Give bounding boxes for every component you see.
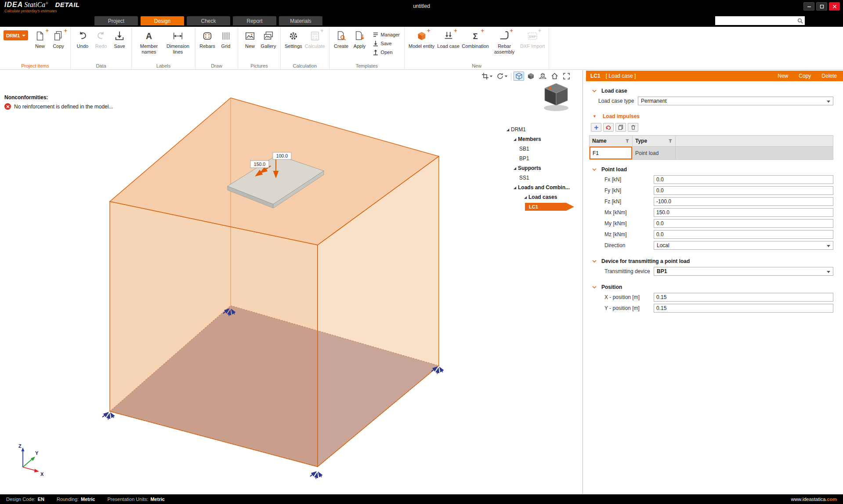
maximize-button[interactable] bbox=[816, 2, 827, 11]
tree-item-ss1[interactable]: SS1 bbox=[503, 173, 583, 183]
fx-input[interactable] bbox=[654, 175, 833, 184]
ribbon-group-pictures: New Gallery Pictures bbox=[238, 27, 281, 69]
viewport-canvas[interactable]: 150.0 100.0 bbox=[0, 70, 583, 494]
add-impulse-button[interactable] bbox=[591, 123, 601, 132]
rounding-label: Rounding: bbox=[57, 497, 79, 502]
tree-item-supports[interactable]: ◢ Supports bbox=[503, 163, 583, 173]
save-button[interactable]: Save bbox=[110, 29, 129, 50]
tab-project[interactable]: Project bbox=[94, 16, 138, 25]
apply-template-button[interactable]: Apply bbox=[351, 29, 369, 50]
solid-view-button[interactable] bbox=[525, 72, 536, 81]
duplicate-impulse-button[interactable] bbox=[615, 123, 626, 132]
y-position-input[interactable] bbox=[654, 304, 833, 313]
tree-item-bp1[interactable]: BP1 bbox=[503, 154, 583, 163]
new-project-item-button[interactable]: + New bbox=[31, 29, 49, 50]
remove-all-impulses-button[interactable] bbox=[628, 123, 638, 132]
fz-input[interactable] bbox=[654, 197, 833, 206]
expand-arrow-icon[interactable]: ◢ bbox=[522, 195, 528, 199]
my-input[interactable] bbox=[654, 219, 833, 228]
ground-plane-button[interactable] bbox=[537, 72, 548, 81]
app-logo: IDEA StatiCa ® DETAIL Calculate yesterda… bbox=[4, 1, 80, 13]
dimension-lines-button[interactable]: Dimension lines bbox=[163, 29, 192, 55]
copy-project-item-button[interactable]: + Copy bbox=[49, 29, 68, 50]
load-case-new-button[interactable]: New bbox=[778, 73, 788, 79]
copy-icon bbox=[618, 125, 623, 130]
expand-arrow-icon[interactable]: ◢ bbox=[512, 137, 518, 141]
direction-select[interactable]: Local bbox=[654, 241, 833, 250]
group-label-project-items: Project items bbox=[0, 63, 70, 68]
tab-report[interactable]: Report bbox=[233, 16, 276, 25]
nonconformities-title: Nonconformities: bbox=[4, 94, 113, 101]
tab-materials[interactable]: Materials bbox=[279, 16, 322, 25]
section-transmitting-device[interactable]: Device for transmitting a point load bbox=[589, 258, 833, 265]
manager-templates-button[interactable]: Manager bbox=[371, 30, 402, 39]
mx-input[interactable] bbox=[654, 208, 833, 217]
save-template-button[interactable]: Save bbox=[371, 39, 402, 48]
rebar-assembly-button[interactable]: + Rebar assembly bbox=[490, 29, 519, 55]
type-filter-button[interactable] bbox=[668, 139, 673, 143]
support-icon[interactable] bbox=[310, 472, 322, 479]
wireframe-view-button[interactable] bbox=[514, 72, 524, 81]
new-picture-button[interactable]: New bbox=[241, 29, 259, 50]
tree-item-sb1[interactable]: SB1 bbox=[503, 144, 583, 154]
gallery-button[interactable]: Gallery bbox=[259, 29, 278, 50]
member-names-button[interactable]: A Member names bbox=[134, 29, 163, 55]
mz-input[interactable] bbox=[654, 230, 833, 239]
rebars-button[interactable]: Rebars bbox=[198, 29, 217, 50]
home-view-button[interactable] bbox=[549, 72, 560, 81]
zoom-fit-button[interactable] bbox=[561, 72, 572, 81]
tree-item-members[interactable]: ◢ Members bbox=[503, 134, 583, 144]
close-button[interactable] bbox=[829, 2, 840, 11]
minimize-button[interactable] bbox=[803, 2, 814, 11]
open-template-button[interactable]: Open bbox=[371, 48, 402, 57]
delete-impulse-button[interactable] bbox=[603, 123, 614, 132]
undo-button[interactable]: Undo bbox=[73, 29, 92, 50]
settings-button[interactable]: Settings bbox=[283, 29, 304, 50]
chevron-down-icon bbox=[591, 260, 597, 263]
tree-item-load-cases[interactable]: ◢ Load cases bbox=[503, 192, 583, 202]
load-case-delete-button[interactable]: Delete bbox=[821, 73, 837, 79]
navigation-cube[interactable] bbox=[537, 80, 575, 112]
combination-button[interactable]: Σ+ Combination bbox=[461, 29, 490, 50]
expand-arrow-icon[interactable]: ◢ bbox=[505, 128, 511, 132]
model-entity-button[interactable]: + Model entity bbox=[407, 29, 436, 50]
load-case-button[interactable]: + Load case bbox=[436, 29, 461, 50]
tree-item-lc1[interactable]: LC1 bbox=[503, 202, 583, 212]
panel-title: LC1 bbox=[590, 73, 601, 79]
x-position-input[interactable] bbox=[654, 293, 833, 302]
logo-idea: IDEA bbox=[4, 1, 23, 9]
drm1-project-selector[interactable]: DRM1 bbox=[4, 30, 28, 40]
section-load-case[interactable]: Load case bbox=[589, 87, 833, 94]
section-position[interactable]: Position bbox=[589, 284, 833, 291]
lc1-selected-banner[interactable]: LC1 bbox=[525, 203, 574, 211]
clipping-tool-button[interactable] bbox=[480, 72, 494, 81]
impulse-type-cell: Point load bbox=[633, 147, 676, 159]
viewport-3d[interactable]: 150.0 100.0 Nonconformities: bbox=[0, 70, 583, 494]
support-icon[interactable] bbox=[102, 413, 114, 420]
orbit-tool-button[interactable] bbox=[495, 72, 509, 81]
expand-arrow-icon[interactable]: ◢ bbox=[512, 166, 518, 170]
search-icon[interactable] bbox=[797, 18, 803, 24]
website-link[interactable]: www.ideastatica .com bbox=[791, 497, 837, 502]
create-template-button[interactable]: Create bbox=[332, 29, 351, 50]
name-filter-button[interactable] bbox=[625, 139, 630, 143]
fy-input[interactable] bbox=[654, 186, 833, 195]
grid-button[interactable]: Grid bbox=[217, 29, 235, 50]
model-entity-icon bbox=[416, 30, 427, 42]
section-point-load[interactable]: Point load bbox=[589, 166, 833, 173]
expand-arrow-icon[interactable]: ◢ bbox=[512, 186, 518, 190]
tab-check[interactable]: Check bbox=[187, 16, 230, 25]
load-case-type-select[interactable]: Permanent bbox=[638, 97, 833, 105]
load-case-copy-button[interactable]: Copy bbox=[799, 73, 811, 79]
tab-design[interactable]: Design bbox=[141, 16, 184, 25]
transmitting-device-select[interactable]: BP1 bbox=[654, 267, 833, 276]
section-load-impulses[interactable]: ▼ Load impulses bbox=[589, 113, 833, 120]
impulse-name-input[interactable] bbox=[590, 147, 632, 159]
ribbon-group-draw: Rebars Grid Draw bbox=[195, 27, 238, 69]
sigma-icon: Σ bbox=[470, 30, 481, 42]
impulse-row-f1[interactable]: Point load bbox=[590, 147, 833, 159]
tree-item-drm1[interactable]: ◢ DRM1 bbox=[503, 125, 583, 134]
search-input[interactable] bbox=[718, 18, 797, 24]
statusbar: Design Code: EN Rounding: Metric Present… bbox=[0, 494, 843, 504]
tree-item-loads-and-combinations[interactable]: ◢ Loads and Combin... bbox=[503, 183, 583, 192]
